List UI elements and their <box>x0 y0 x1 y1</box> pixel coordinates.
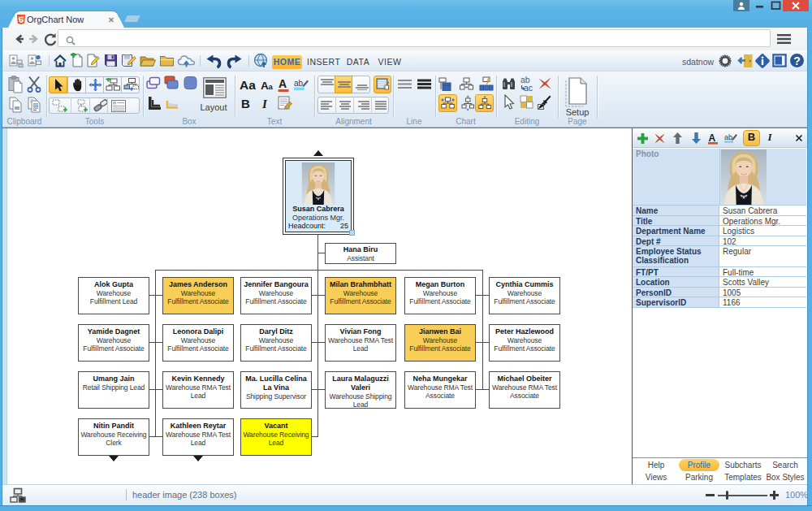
svg-text:A: A <box>261 80 269 92</box>
svg-text:?: ? <box>793 54 801 67</box>
svg-text:ab: ab <box>724 133 732 141</box>
svg-text:a: a <box>269 82 274 91</box>
svg-text:ac: ac <box>524 83 533 93</box>
svg-text:A: A <box>279 77 287 90</box>
svg-text:B: B <box>241 97 250 110</box>
svg-text:ab: ab <box>294 79 304 88</box>
svg-text:Aa: Aa <box>240 78 256 92</box>
svg-text:I: I <box>261 97 268 110</box>
svg-text:A: A <box>709 132 716 144</box>
